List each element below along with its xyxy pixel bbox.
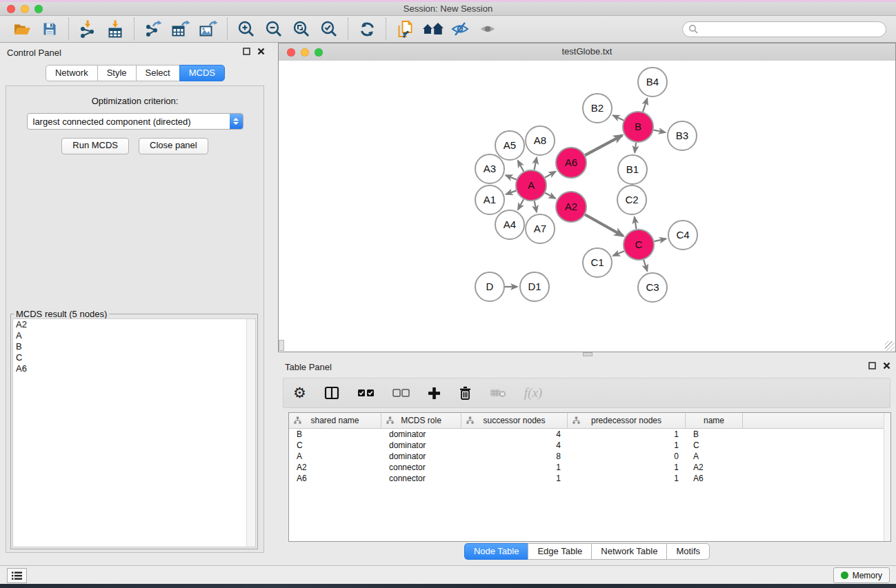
export-table-button[interactable] [167, 17, 195, 41]
cell-predecessor-nodes[interactable]: 1 [568, 462, 686, 473]
edge-A-A8[interactable] [535, 158, 537, 170]
cell-name[interactable]: A2 [686, 462, 743, 473]
tab-style[interactable]: Style [97, 65, 137, 81]
table-scrollbar[interactable] [884, 413, 890, 541]
memory-button[interactable]: Memory [833, 567, 890, 583]
tab-network[interactable]: Network [46, 65, 98, 81]
table-row[interactable]: Cdominator41C [289, 440, 890, 451]
cell-MCDS-role[interactable]: dominator [381, 440, 461, 451]
edge-B-B1[interactable] [635, 143, 636, 152]
cell-predecessor-nodes[interactable]: 1 [568, 429, 686, 440]
cell-shared-name[interactable]: A [289, 451, 381, 462]
edge-A-A7[interactable] [535, 201, 537, 212]
result-item[interactable]: C [13, 352, 255, 363]
canvas-left-scrollbar-stub[interactable] [279, 340, 284, 351]
splitter-grip[interactable] [583, 352, 593, 356]
edge-A6-B[interactable] [585, 135, 622, 155]
cell-MCDS-role[interactable]: connector [381, 462, 461, 473]
cell-predecessor-nodes[interactable]: 1 [568, 473, 686, 484]
cell-successor-nodes[interactable]: 4 [461, 440, 568, 451]
zoom-fit-button[interactable] [288, 17, 315, 41]
optimization-criterion-select[interactable]: largest connected component (directed) [27, 113, 243, 130]
cell-name[interactable]: A [686, 451, 743, 462]
table-row[interactable]: Bdominator41B [289, 429, 890, 440]
close-panel-icon[interactable] [257, 48, 265, 55]
export-network-button[interactable] [139, 17, 167, 41]
edge-B-B3[interactable] [654, 130, 666, 132]
edge-A-A2[interactable] [545, 193, 555, 199]
cell-successor-nodes[interactable]: 8 [461, 451, 568, 462]
column-header-name[interactable]: name [686, 413, 743, 428]
tab-network-table[interactable]: Network Table [591, 543, 667, 560]
close-panel-button[interactable]: Close panel [139, 138, 208, 154]
cell-successor-nodes[interactable]: 1 [461, 462, 568, 473]
edge-A-A5[interactable] [518, 161, 524, 172]
zoom-out-button[interactable] [260, 17, 288, 41]
delete-table-button[interactable] [490, 383, 506, 403]
add-column-button[interactable] [428, 383, 441, 403]
run-mcds-button[interactable]: Run MCDS [61, 138, 129, 154]
result-item[interactable]: A2 [13, 319, 255, 330]
close-table-panel-icon[interactable] [883, 362, 890, 369]
cell-shared-name[interactable]: B [289, 429, 381, 440]
network-window-resize-grip[interactable] [885, 341, 895, 351]
refresh-layout-button[interactable] [353, 17, 381, 41]
delete-column-button[interactable] [459, 383, 472, 403]
column-header-predecessor-nodes[interactable]: predecessor nodes [568, 413, 686, 428]
import-table-button[interactable] [101, 17, 129, 41]
table-row[interactable]: A2connector11A2 [289, 462, 890, 473]
cell-predecessor-nodes[interactable]: 0 [568, 451, 686, 462]
edge-C-C4[interactable] [654, 239, 666, 241]
search-field[interactable] [682, 21, 886, 37]
column-header-successor-nodes[interactable]: successor nodes [461, 413, 568, 428]
edge-A2-C[interactable] [585, 214, 623, 236]
clone-network-button[interactable] [391, 17, 419, 41]
zoom-selected-button[interactable] [315, 17, 343, 41]
import-network-button[interactable] [74, 17, 101, 41]
hide-panels-button[interactable] [446, 17, 474, 41]
edge-A-A1[interactable] [506, 191, 517, 194]
edge-C-C1[interactable] [613, 251, 624, 256]
save-session-button[interactable] [36, 17, 63, 41]
show-columns-button[interactable] [324, 383, 339, 403]
cell-name[interactable]: C [686, 440, 743, 451]
float-panel-icon[interactable] [243, 48, 250, 55]
cell-predecessor-nodes[interactable]: 1 [568, 440, 686, 451]
edge-C-C3[interactable] [644, 260, 647, 271]
tab-edge-table[interactable]: Edge Table [528, 543, 592, 560]
cell-successor-nodes[interactable]: 4 [461, 429, 568, 440]
result-item[interactable]: A6 [13, 363, 255, 374]
result-item[interactable]: A [13, 330, 255, 341]
table-settings-button[interactable]: ⚙ [293, 383, 306, 403]
tab-motifs[interactable]: Motifs [666, 543, 710, 560]
tab-select[interactable]: Select [136, 65, 180, 81]
edge-B-B2[interactable] [613, 115, 624, 120]
cell-name[interactable]: A6 [686, 473, 743, 484]
search-input[interactable] [698, 23, 880, 34]
edge-A-A6[interactable] [545, 172, 555, 178]
zoom-in-button[interactable] [232, 17, 260, 41]
open-session-button[interactable] [8, 17, 36, 41]
cell-MCDS-role[interactable]: dominator [381, 429, 461, 440]
table-row[interactable]: Adominator80A [289, 451, 890, 462]
show-eye-button[interactable] [474, 17, 501, 41]
cell-shared-name[interactable]: A2 [289, 462, 381, 473]
edge-B-B4[interactable] [643, 99, 647, 112]
select-all-columns-button[interactable] [357, 383, 375, 403]
edge-A-A4[interactable] [518, 199, 524, 210]
cell-MCDS-role[interactable]: dominator [381, 451, 461, 462]
cell-MCDS-role[interactable]: connector [381, 473, 461, 484]
cell-successor-nodes[interactable]: 1 [461, 473, 568, 484]
float-table-panel-icon[interactable] [868, 362, 876, 369]
edge-C-C2[interactable] [635, 217, 637, 230]
cell-name[interactable]: B [686, 429, 743, 440]
cell-shared-name[interactable]: C [289, 440, 381, 451]
table-row[interactable]: A6connector11A6 [289, 473, 890, 484]
home-button[interactable] [419, 17, 446, 41]
network-canvas[interactable]: B4B2BB3A5A8A6B1A3AA1C2A2A4A7C4CC1C3DD1 [279, 61, 895, 352]
edge-A-A3[interactable] [506, 175, 516, 179]
cell-shared-name[interactable]: A6 [289, 473, 381, 484]
column-header-MCDS-role[interactable]: MCDS role [381, 413, 461, 428]
tab-mcds[interactable]: MCDS [179, 65, 225, 81]
function-builder-button[interactable]: f(x) [524, 383, 542, 403]
